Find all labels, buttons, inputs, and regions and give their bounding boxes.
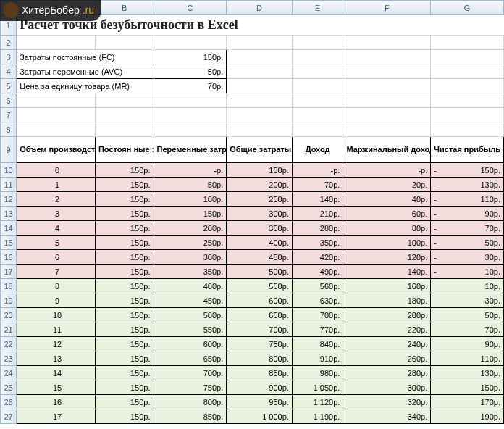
cell[interactable] xyxy=(292,122,343,137)
data-cell[interactable]: 450р. xyxy=(154,293,227,308)
row-header-13[interactable]: 13 xyxy=(1,207,17,221)
data-cell[interactable]: 70р. xyxy=(431,322,504,337)
cell[interactable] xyxy=(343,93,431,108)
table-column-header[interactable]: Общие затраты xyxy=(227,137,293,163)
row-header-4[interactable]: 4 xyxy=(1,64,17,79)
input-value[interactable]: 70р. xyxy=(154,79,227,93)
data-cell[interactable]: 150р. xyxy=(95,380,154,395)
data-cell[interactable]: 150р. xyxy=(95,351,154,366)
cell[interactable] xyxy=(343,108,431,122)
data-cell[interactable]: 80р. xyxy=(343,221,431,236)
data-cell[interactable]: 340р. xyxy=(343,409,431,424)
data-cell[interactable]: 950р. xyxy=(227,395,293,409)
data-cell[interactable]: 700р. xyxy=(154,366,227,380)
data-cell[interactable]: 10 xyxy=(17,308,96,322)
cell[interactable] xyxy=(154,122,227,137)
data-cell[interactable]: 150р. xyxy=(95,236,154,250)
data-cell[interactable]: 850р. xyxy=(227,366,293,380)
cell[interactable] xyxy=(431,79,504,93)
data-cell[interactable]: 1 120р. xyxy=(292,395,343,409)
table-column-header[interactable]: Объем производства xyxy=(17,137,96,163)
data-cell[interactable]: 500р. xyxy=(227,265,293,279)
cell[interactable] xyxy=(227,36,293,50)
column-header-B[interactable]: B xyxy=(95,1,154,15)
column-header-G[interactable]: G xyxy=(431,1,504,15)
input-label[interactable]: Затраты переменные (AVC) xyxy=(17,64,154,79)
data-cell[interactable]: 350р. xyxy=(154,265,227,279)
data-cell[interactable]: 170р. xyxy=(431,395,504,409)
data-cell[interactable]: -р. xyxy=(292,163,343,178)
data-cell[interactable]: 150р. xyxy=(95,366,154,380)
cell[interactable] xyxy=(17,122,96,137)
row-header-3[interactable]: 3 xyxy=(1,50,17,64)
cell[interactable] xyxy=(343,50,431,64)
data-cell[interactable]: 650р. xyxy=(227,308,293,322)
data-cell[interactable]: 800р. xyxy=(227,351,293,366)
row-header-23[interactable]: 23 xyxy=(1,351,17,366)
input-value[interactable]: 50р. xyxy=(154,64,227,79)
data-cell[interactable]: 300р. xyxy=(154,250,227,265)
cell[interactable] xyxy=(95,36,154,50)
cell[interactable] xyxy=(95,93,154,108)
data-cell[interactable]: 420р. xyxy=(292,250,343,265)
data-cell[interactable]: 9 xyxy=(17,293,96,308)
row-header-22[interactable]: 22 xyxy=(1,337,17,351)
data-cell[interactable]: 1 000р. xyxy=(227,409,293,424)
spreadsheet-grid[interactable]: ABCDEFG 1Расчет точки безубыточности в E… xyxy=(0,0,504,424)
data-cell[interactable]: 110р. xyxy=(431,351,504,366)
data-cell[interactable]: 770р. xyxy=(292,322,343,337)
column-header-C[interactable]: C xyxy=(154,1,227,15)
cell[interactable] xyxy=(343,122,431,137)
data-cell[interactable]: 490р. xyxy=(292,265,343,279)
data-cell[interactable]: 40р. xyxy=(343,192,431,207)
cell[interactable] xyxy=(343,79,431,93)
data-cell[interactable]: 16 xyxy=(17,395,96,409)
data-cell[interactable]: 3 xyxy=(17,207,96,221)
data-cell[interactable]: 300р. xyxy=(343,380,431,395)
table-column-header[interactable]: Чистая прибыль xyxy=(431,137,504,163)
data-cell[interactable]: 14 xyxy=(17,366,96,380)
data-cell[interactable]: 30р. xyxy=(431,293,504,308)
data-cell[interactable]: 10р. xyxy=(431,279,504,293)
column-header-D[interactable]: D xyxy=(227,1,293,15)
table-column-header[interactable]: Доход xyxy=(292,137,343,163)
row-header-7[interactable]: 7 xyxy=(1,108,17,122)
data-cell[interactable]: 6 xyxy=(17,250,96,265)
data-cell[interactable]: 150р. xyxy=(95,250,154,265)
data-cell[interactable]: 5 xyxy=(17,236,96,250)
cell[interactable] xyxy=(17,36,96,50)
row-header-26[interactable]: 26 xyxy=(1,395,17,409)
data-cell[interactable]: 320р. xyxy=(343,395,431,409)
cell[interactable] xyxy=(154,108,227,122)
data-cell[interactable]: 150р. xyxy=(95,163,154,178)
data-cell[interactable]: 150р. xyxy=(95,192,154,207)
data-cell[interactable]: 150р. xyxy=(227,163,293,178)
data-cell[interactable]: 240р. xyxy=(343,337,431,351)
row-header-24[interactable]: 24 xyxy=(1,366,17,380)
data-cell[interactable]: 200р. xyxy=(154,221,227,236)
data-cell[interactable]: 280р. xyxy=(343,366,431,380)
column-header-E[interactable]: E xyxy=(292,1,343,15)
data-cell[interactable]: 300р. xyxy=(227,207,293,221)
data-cell[interactable]: 800р. xyxy=(154,395,227,409)
row-header-17[interactable]: 17 xyxy=(1,265,17,279)
cell[interactable] xyxy=(343,64,431,79)
data-cell[interactable]: 150р. xyxy=(431,380,504,395)
data-cell[interactable]: 150р. xyxy=(95,178,154,192)
data-cell[interactable]: 2 xyxy=(17,192,96,207)
data-cell[interactable]: 60р. xyxy=(343,207,431,221)
data-cell[interactable]: 550р. xyxy=(154,322,227,337)
data-cell[interactable]: 7 xyxy=(17,265,96,279)
data-cell[interactable]: -150р. xyxy=(431,163,504,178)
data-cell[interactable]: 4 xyxy=(17,221,96,236)
data-cell[interactable]: 630р. xyxy=(292,293,343,308)
data-cell[interactable]: 250р. xyxy=(154,236,227,250)
row-header-18[interactable]: 18 xyxy=(1,279,17,293)
cell[interactable] xyxy=(431,50,504,64)
cell[interactable] xyxy=(95,108,154,122)
data-cell[interactable]: 600р. xyxy=(227,293,293,308)
input-label[interactable]: Цена за единицу товара (MR) xyxy=(17,79,154,93)
data-cell[interactable]: 1 xyxy=(17,178,96,192)
cell[interactable] xyxy=(17,93,96,108)
cell[interactable] xyxy=(343,36,431,50)
